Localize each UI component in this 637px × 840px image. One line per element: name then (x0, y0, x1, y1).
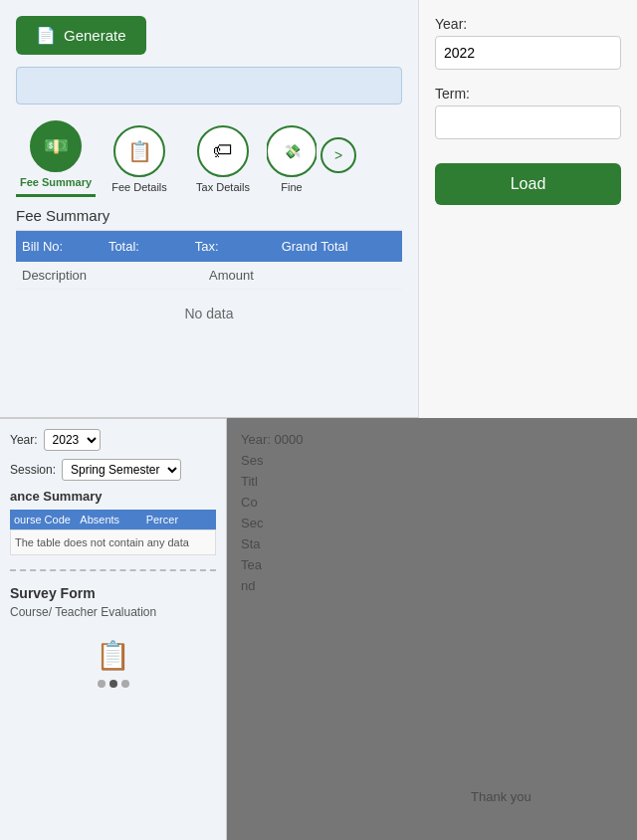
sub-col-amount: Amount (209, 268, 396, 283)
att-col3: Percer (146, 514, 212, 525)
term-label: Term: (435, 86, 621, 102)
session-row: Session: Spring Semester (10, 459, 216, 481)
survey-clipboard-icon: 📋 (96, 639, 130, 672)
tab-fee-details-label: Fee Details (111, 181, 167, 193)
tabs-row: 💵 Fee Summary 📋 Fee Details 🏷 Tax Detail… (16, 120, 402, 197)
tab-tax-details-label: Tax Details (196, 181, 250, 193)
tab-fine-label: Fine (281, 181, 302, 193)
tab-fine[interactable]: 💸 Fine (267, 125, 317, 193)
fee-summary-section-title: Fee Summary (16, 197, 402, 231)
tab-tax-details[interactable]: 🏷 Tax Details (183, 125, 263, 193)
bottom-left-panel: Year: 2023 Session: Spring Semester ance… (0, 418, 227, 840)
dots-row (98, 680, 129, 688)
att-col1: ourse Code (14, 514, 80, 525)
year-input[interactable] (435, 36, 621, 70)
dot-1 (98, 680, 106, 688)
att-col2: Absents (80, 514, 145, 525)
tab-tax-details-icon: 🏷 (197, 125, 249, 177)
fee-table-sub-header: Description Amount (16, 262, 402, 290)
generate-label: Generate (64, 27, 126, 44)
term-input[interactable] (435, 105, 621, 139)
tab-fee-summary[interactable]: 💵 Fee Summary (16, 120, 96, 197)
tab-underline (16, 194, 96, 197)
fee-table-header: Bill No: Total: Tax: Grand Total (16, 231, 402, 262)
tab-fine-icon: 💸 (267, 125, 317, 177)
top-left-panel: 📄 Generate 💵 Fee Summary 📋 Fee Details 🏷… (0, 0, 418, 418)
col-grand-total: Grand Total (282, 239, 396, 254)
bottom-right-overlay (227, 418, 637, 840)
no-data-label: No data (16, 290, 402, 337)
year-row: Year: 2023 (10, 429, 216, 451)
year-label: Year: (435, 16, 621, 32)
attendance-no-data: The table does not contain any data (10, 529, 216, 555)
bl-year-select[interactable]: 2023 (44, 429, 101, 451)
sub-col-description: Description (22, 268, 209, 283)
right-panel: Year: Term: Load (418, 0, 637, 418)
dot-2 (109, 680, 117, 688)
bl-session-select[interactable]: Spring Semester (62, 459, 181, 481)
generate-button[interactable]: 📄 Generate (16, 16, 146, 55)
load-label: Load (511, 175, 546, 192)
tab-fee-summary-icon: 💵 (30, 120, 82, 172)
survey-icon-area: 📋 (10, 639, 216, 688)
load-button[interactable]: Load (435, 163, 621, 205)
tab-fee-details[interactable]: 📋 Fee Details (100, 125, 179, 193)
separator-line (10, 569, 216, 571)
search-input[interactable] (16, 67, 402, 105)
tab-fee-summary-label: Fee Summary (20, 176, 92, 188)
generate-icon: 📄 (36, 26, 56, 45)
dot-3 (121, 680, 129, 688)
more-tabs-arrow[interactable]: > (320, 137, 356, 173)
bl-year-label: Year: (10, 433, 38, 447)
col-bill-no: Bill No: (22, 239, 99, 254)
col-total: Total: (108, 239, 185, 254)
col-tax: Tax: (195, 239, 272, 254)
bl-session-label: Session: (10, 463, 56, 477)
more-arrow-icon: > (334, 147, 342, 163)
attendance-title: ance Summary (10, 489, 216, 504)
survey-form-title: Survey Form (10, 585, 216, 601)
tab-fee-details-icon: 📋 (113, 125, 165, 177)
attendance-table-header: ourse Code Absents Percer (10, 510, 216, 529)
survey-form-subtitle: Course/ Teacher Evaluation (10, 605, 216, 619)
